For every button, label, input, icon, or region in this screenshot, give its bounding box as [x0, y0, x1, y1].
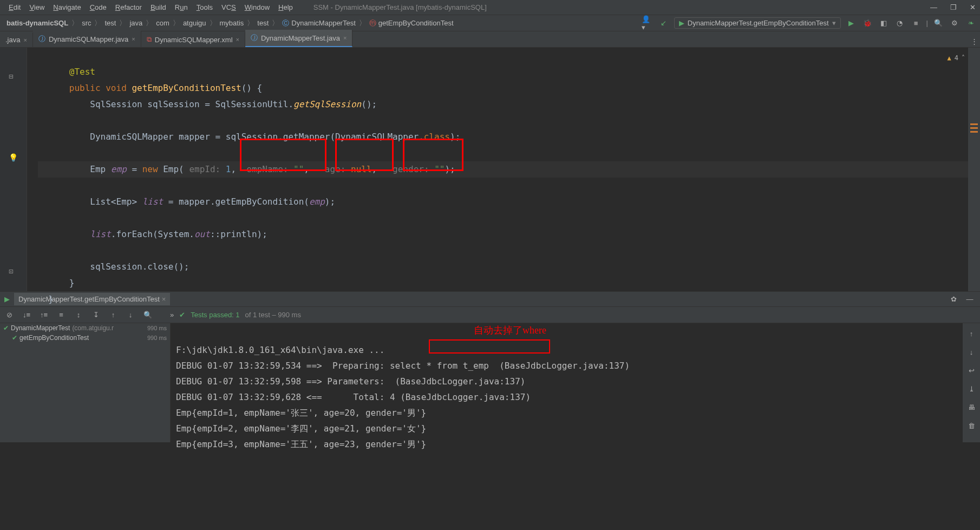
console-side-toolbar: ↑ ↓ ↩ ⤓ 🖶 🗑 — [963, 323, 980, 442]
test-status-of: of 1 test – 990 ms — [245, 311, 301, 319]
annotation-box-1 — [240, 139, 326, 171]
warning-icon: ▲ — [948, 50, 951, 66]
play-icon: ▶ — [679, 19, 684, 27]
tree-row: ✔ DynamicMapperTest (com.atguigu.r 990 m… — [0, 323, 170, 333]
fold-end-icon[interactable]: ⊡ — [9, 263, 13, 279]
editor-gutter: ⊟ 💡 ⊡ — [0, 48, 27, 291]
crumb[interactable]: java — [126, 18, 146, 28]
menu-code[interactable]: Code — [86, 1, 111, 14]
minimize-icon[interactable]: — — [930, 3, 937, 11]
bulb-icon[interactable]: 💡 — [9, 149, 18, 166]
gear-icon[interactable]: ✿ — [948, 293, 959, 305]
menu-window[interactable]: Window — [240, 1, 274, 14]
history-icon[interactable]: 🔍 — [142, 309, 154, 321]
crumb[interactable]: mybatis — [217, 18, 247, 28]
crumb-method[interactable]: ⓜ getEmpByConditionTest — [366, 17, 457, 29]
menu-help[interactable]: Help — [274, 1, 297, 14]
xml-icon: ⧉ — [147, 35, 152, 44]
expand-icon[interactable]: ↕ — [73, 309, 84, 321]
tabs-more-icon[interactable]: ⋮ — [968, 35, 980, 47]
menu-edit[interactable]: Edit — [4, 1, 25, 14]
soft-wrap-icon[interactable]: ↩ — [965, 364, 977, 376]
run-play-icon: ▶ — [4, 295, 10, 303]
up-arrow-icon[interactable]: ↑ — [965, 328, 977, 339]
java-icon: Ⓙ — [38, 34, 45, 44]
close-icon[interactable]: ✕ — [970, 3, 976, 11]
scroll-end-icon[interactable]: ⤓ — [965, 383, 977, 395]
close-tab-icon[interactable]: × — [236, 36, 239, 43]
close-tab-icon[interactable]: × — [132, 36, 135, 42]
run-tool-window: ▶ DynamicMapperTest.getEmpByConditionTes… — [0, 291, 980, 442]
user-icon[interactable]: 👤▾ — [642, 17, 654, 29]
class-icon: Ⓒ — [282, 18, 289, 28]
console-output[interactable]: F:\jdk\jdk1.8.0_161_x64\bin\java.exe ...… — [171, 323, 963, 442]
check-icon: ✔ — [12, 334, 17, 342]
tree-row: ✔ getEmpByConditionTest 990 ms — [0, 333, 170, 343]
crumb[interactable]: com — [153, 18, 173, 28]
crumb[interactable]: src — [79, 18, 94, 28]
code-editor[interactable]: ⊟ 💡 ⊡ @Test public void getEmpByConditio… — [0, 48, 980, 291]
annotation-text: 自动去掉了where — [474, 323, 546, 338]
run-config-label: DynamicMapperTest.getEmpByConditionTest — [688, 19, 829, 27]
crumb-class[interactable]: Ⓒ DynamicMapperTest — [279, 17, 359, 29]
menu-run[interactable]: Run — [171, 1, 192, 14]
window-title: SSM - DynamicMapperTest.java [mybatis-dy… — [313, 3, 487, 11]
fold-icon[interactable]: ⊟ — [9, 68, 13, 84]
crumb[interactable]: atguigu — [180, 18, 210, 28]
down-arrow-icon[interactable]: ↓ — [965, 346, 977, 358]
tab-mapper-java[interactable]: ⒿDynamicSQLMapper.java× — [33, 31, 141, 47]
close-icon[interactable]: × — [162, 295, 166, 303]
check-icon: ✔ — [179, 311, 185, 319]
coverage-icon[interactable]: ◧ — [878, 17, 890, 29]
run-toolbar: ⊘ ↓≡ ↑≡ ≡ ↕ ↧ ↑ ↓ 🔍 » ✔ Tests passed: 1 … — [0, 307, 980, 323]
settings-icon[interactable]: ⚙ — [949, 17, 961, 29]
crumb[interactable]: test — [101, 18, 119, 28]
java-icon: Ⓙ — [251, 33, 258, 43]
maximize-icon[interactable]: ❐ — [950, 3, 957, 11]
chevron-down-icon: ▾ — [832, 19, 836, 27]
crumb[interactable]: test — [254, 18, 272, 28]
prev-icon[interactable]: ↑ — [107, 309, 119, 321]
editor-markers — [968, 48, 980, 291]
nav-bar: batis-dynamicSQL〉 src〉 test〉 java〉 com〉 … — [0, 15, 980, 31]
editor-tabs: .java× ⒿDynamicSQLMapper.java× ⧉DynamicS… — [0, 31, 980, 48]
tab-java[interactable]: .java× — [0, 32, 33, 47]
stop-icon[interactable]: ■ — [910, 17, 922, 29]
test-status-pass: Tests passed: 1 — [191, 311, 239, 319]
menu-view[interactable]: View — [25, 1, 49, 14]
close-tab-icon[interactable]: × — [23, 37, 27, 43]
run-config-combo[interactable]: ▶ DynamicMapperTest.getEmpByConditionTes… — [674, 17, 841, 29]
filter-icon[interactable]: ≡ — [55, 309, 67, 321]
trash-icon[interactable]: 🗑 — [965, 420, 977, 431]
next-icon[interactable]: ↓ — [125, 309, 136, 321]
crumb-project[interactable]: batis-dynamicSQL — [3, 18, 71, 28]
checkmark-icon[interactable]: ↙ — [658, 17, 670, 29]
test-tree[interactable]: ✔ DynamicMapperTest (com.atguigu.r 990 m… — [0, 323, 171, 442]
menu-tools[interactable]: Tools — [192, 1, 217, 14]
chevron-up-icon: ˄ — [962, 50, 965, 66]
search-icon[interactable]: 🔍 — [932, 17, 944, 29]
collapse-icon[interactable]: ↧ — [90, 309, 102, 321]
method-icon: ⓜ — [369, 18, 376, 28]
check-icon: ✔ — [3, 324, 9, 332]
leaf-icon[interactable]: ❧ — [965, 17, 977, 29]
menu-build[interactable]: Build — [146, 1, 171, 14]
menu-navigate[interactable]: Navigate — [49, 1, 85, 14]
tab-mapper-xml[interactable]: ⧉DynamicSQLMapper.xml× — [141, 32, 245, 47]
profile-icon[interactable]: ◔ — [894, 17, 906, 29]
stop-run-icon[interactable]: ⊘ — [3, 309, 15, 321]
close-tab-icon[interactable]: × — [343, 35, 347, 41]
menu-vcs[interactable]: VCS — [217, 1, 240, 14]
annotation-box-sql — [429, 339, 550, 354]
menu-bar: Edit View Navigate Code Refactor Build R… — [0, 0, 980, 15]
tab-test-java[interactable]: ⒿDynamicMapperTest.java× — [245, 30, 352, 47]
run-icon[interactable]: ▶ — [845, 17, 857, 29]
print-icon[interactable]: 🖶 — [965, 401, 977, 413]
code-area[interactable]: @Test public void getEmpByConditionTest(… — [27, 48, 980, 291]
sort-icon[interactable]: ↓≡ — [21, 309, 32, 321]
hide-icon[interactable]: — — [964, 293, 976, 305]
annotation-box-3 — [403, 139, 463, 171]
menu-refactor[interactable]: Refactor — [111, 1, 146, 14]
debug-icon[interactable]: 🐞 — [861, 17, 873, 29]
annotation-box-2 — [335, 139, 394, 171]
